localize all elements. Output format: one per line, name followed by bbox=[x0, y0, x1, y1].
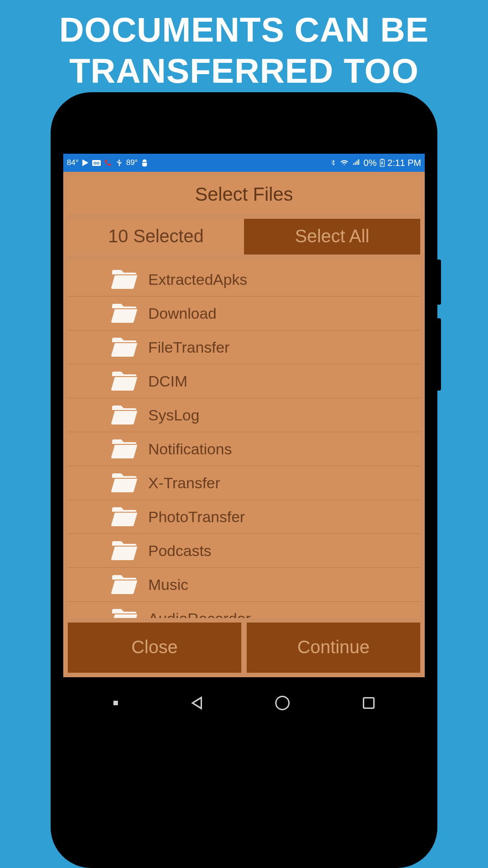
nav-back-button[interactable] bbox=[191, 696, 202, 710]
file-row[interactable]: PhotoTransfer bbox=[68, 500, 420, 533]
file-name: X-Transfer bbox=[148, 474, 220, 492]
file-row[interactable]: Podcasts bbox=[68, 533, 420, 567]
status-temp-2: 89° bbox=[126, 158, 138, 167]
file-name: Music bbox=[148, 576, 188, 594]
status-bar-right: 0% 2:11 PM bbox=[329, 158, 421, 168]
selected-count: 10 Selected bbox=[68, 219, 244, 255]
svg-rect-1 bbox=[381, 159, 383, 160]
file-name: FileTransfer bbox=[148, 339, 230, 356]
phone-frame: 84° oo 89° bbox=[51, 92, 437, 868]
file-row[interactable]: SysLog bbox=[68, 398, 420, 432]
file-name: Podcasts bbox=[148, 542, 211, 560]
file-name: DCIM bbox=[148, 373, 188, 390]
nav-overview-button[interactable] bbox=[363, 697, 375, 709]
file-row[interactable]: AudioRecorder bbox=[68, 601, 420, 618]
file-name: Download bbox=[148, 305, 216, 322]
file-row[interactable]: FileTransfer bbox=[68, 330, 420, 364]
folder-icon bbox=[111, 336, 137, 359]
status-bar: 84° oo 89° bbox=[63, 154, 425, 172]
folder-icon bbox=[111, 404, 137, 426]
status-time: 2:11 PM bbox=[388, 158, 421, 168]
file-list[interactable]: ExtractedApksDownloadFileTransferDCIMSys… bbox=[68, 259, 420, 618]
bluetooth-icon bbox=[329, 159, 337, 167]
file-row[interactable]: Music bbox=[68, 567, 420, 601]
page-title: Select Files bbox=[68, 176, 420, 214]
folder-icon bbox=[111, 505, 137, 528]
folder-icon bbox=[111, 472, 137, 494]
file-name: ExtractedApks bbox=[148, 271, 247, 288]
file-row[interactable]: DCIM bbox=[68, 364, 420, 398]
wifi-icon bbox=[339, 159, 349, 167]
close-button[interactable]: Close bbox=[68, 623, 241, 673]
promo-headline: DOCUMENTS CAN BE TRANSFERRED TOO bbox=[0, 0, 488, 96]
debug-icon bbox=[141, 159, 149, 167]
selection-bar: 10 Selected Select All bbox=[68, 219, 420, 255]
file-row[interactable]: Notifications bbox=[68, 432, 420, 466]
phone-screen: 84° oo 89° bbox=[63, 154, 425, 677]
folder-icon bbox=[111, 268, 137, 291]
missed-call-icon bbox=[103, 158, 113, 167]
bottom-buttons: Close Continue bbox=[68, 623, 420, 673]
status-battery-pct: 0% bbox=[364, 158, 377, 168]
promo-line2: TRANSFERRED TOO bbox=[14, 50, 474, 91]
folder-icon bbox=[111, 302, 137, 325]
phone-side-button-2 bbox=[436, 318, 441, 391]
continue-button[interactable]: Continue bbox=[247, 623, 420, 673]
play-store-icon bbox=[81, 159, 89, 167]
folder-icon bbox=[111, 370, 137, 392]
file-name: PhotoTransfer bbox=[148, 508, 245, 526]
status-bar-left: 84° oo 89° bbox=[67, 158, 149, 167]
app-content: Select Files 10 Selected Select All Extr… bbox=[63, 172, 425, 677]
folder-icon bbox=[111, 607, 137, 618]
cell-signal-icon bbox=[352, 159, 361, 167]
phone-side-button-1 bbox=[436, 259, 441, 305]
android-nav-bar bbox=[63, 687, 425, 719]
voicemail-icon: oo bbox=[92, 160, 101, 166]
battery-charging-icon bbox=[380, 159, 385, 167]
file-row[interactable]: Download bbox=[68, 296, 420, 330]
status-temp-1: 84° bbox=[67, 158, 79, 167]
file-name: Notifications bbox=[148, 440, 232, 458]
file-row[interactable]: ExtractedApks bbox=[68, 259, 420, 296]
promo-line1: DOCUMENTS CAN BE bbox=[14, 9, 474, 50]
nav-home-button[interactable] bbox=[275, 696, 290, 710]
select-all-button[interactable]: Select All bbox=[244, 219, 420, 255]
folder-icon bbox=[111, 539, 137, 562]
folder-icon bbox=[111, 438, 137, 460]
folder-icon bbox=[111, 573, 137, 596]
file-name: SysLog bbox=[148, 406, 199, 424]
nav-recent-apps-dot bbox=[113, 701, 118, 705]
file-row[interactable]: X-Transfer bbox=[68, 466, 420, 500]
usb-icon bbox=[115, 159, 123, 167]
file-name: AudioRecorder bbox=[148, 610, 251, 618]
